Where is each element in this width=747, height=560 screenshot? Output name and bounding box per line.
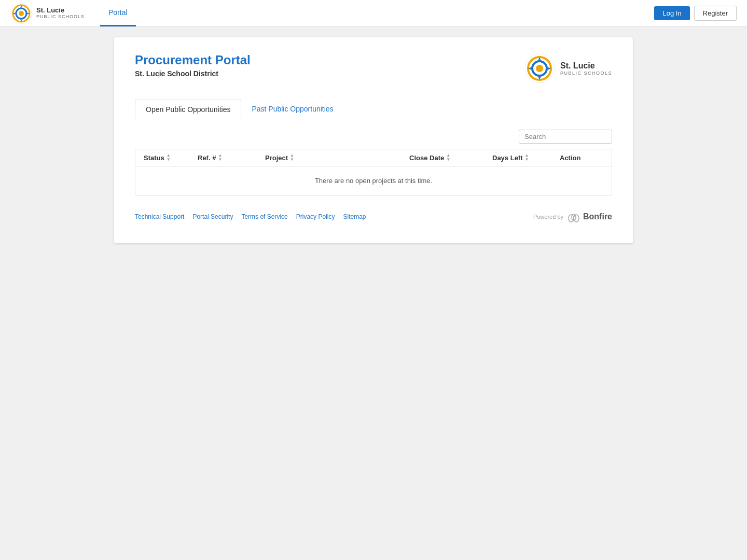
powered-by: Powered by Bonfire [533,211,612,222]
bonfire-text: Bonfire [583,212,612,221]
top-navigation: St. Lucie PUBLIC SCHOOLS Portal Log In R… [0,0,747,27]
nav-actions: Log In Register [654,6,737,21]
th-close-date[interactable]: Close Date ▲▼ [409,153,492,162]
footer-links: Technical Support Portal Security Terms … [135,213,366,220]
portal-title-block: Procurement Portal St. Lucie School Dist… [135,53,251,78]
th-status[interactable]: Status ▲▼ [135,153,198,162]
sort-icon-status: ▲▼ [167,153,171,162]
nav-logo-icon [10,3,32,24]
nav-link-portal[interactable]: Portal [100,0,136,26]
sort-icon-closedate: ▲▼ [446,153,450,162]
sort-icon-ref: ▲▼ [218,153,222,162]
bonfire-logo: Bonfire [566,211,612,222]
search-input[interactable] [519,130,612,144]
tabs-container: Open Public Opportunities Past Public Op… [135,100,612,119]
th-action: Action [560,153,612,162]
tab-past-opportunities[interactable]: Past Public Opportunities [241,100,343,119]
table-header: Status ▲▼ Ref. # ▲▼ Project ▲▼ Close Dat… [135,149,612,166]
powered-by-label: Powered by [533,214,563,220]
table-empty-message: There are no open projects at this time. [135,166,612,195]
nav-logo-sub-text: PUBLIC SCHOOLS [36,15,85,20]
th-project[interactable]: Project ▲▼ [265,153,409,162]
nav-logo-text: St. Lucie PUBLIC SCHOOLS [36,7,85,19]
portal-logo-text-block: St. Lucie PUBLIC SCHOOLS [560,61,612,76]
svg-point-3 [19,11,24,16]
footer-link-technical-support[interactable]: Technical Support [135,213,184,220]
sort-icon-daysleft: ▲▼ [525,153,529,162]
bonfire-icon [566,211,581,222]
svg-point-8 [569,215,574,222]
login-button[interactable]: Log In [654,6,689,20]
svg-point-7 [536,65,543,72]
nav-logo: St. Lucie PUBLIC SCHOOLS [10,3,85,24]
footer-link-terms-of-service[interactable]: Terms of Service [241,213,287,220]
portal-logo: St. Lucie PUBLIC SCHOOLS [524,53,612,84]
th-ref[interactable]: Ref. # ▲▼ [198,153,265,162]
footer-link-portal-security[interactable]: Portal Security [192,213,233,220]
footer: Technical Support Portal Security Terms … [135,211,612,222]
nav-logo-main-text: St. Lucie [36,7,85,14]
svg-point-9 [574,215,579,222]
portal-title: Procurement Portal [135,53,251,67]
portal-logo-sub-text: PUBLIC SCHOOLS [560,71,612,76]
portal-logo-icon [524,53,555,84]
footer-link-sitemap[interactable]: Sitemap [343,213,366,220]
search-bar-row [135,130,612,144]
portal-logo-main-text: St. Lucie [560,61,612,71]
tab-open-opportunities[interactable]: Open Public Opportunities [135,100,241,119]
th-days-left[interactable]: Days Left ▲▼ [492,153,560,162]
portal-subtitle: St. Lucie School District [135,69,251,78]
footer-link-privacy-policy[interactable]: Privacy Policy [296,213,335,220]
sort-icon-project: ▲▼ [290,153,294,162]
nav-links: Portal [100,0,136,26]
main-container: Procurement Portal St. Lucie School Dist… [114,37,633,243]
opportunities-table: Status ▲▼ Ref. # ▲▼ Project ▲▼ Close Dat… [135,149,612,195]
portal-header: Procurement Portal St. Lucie School Dist… [135,53,612,84]
register-button[interactable]: Register [694,6,737,21]
